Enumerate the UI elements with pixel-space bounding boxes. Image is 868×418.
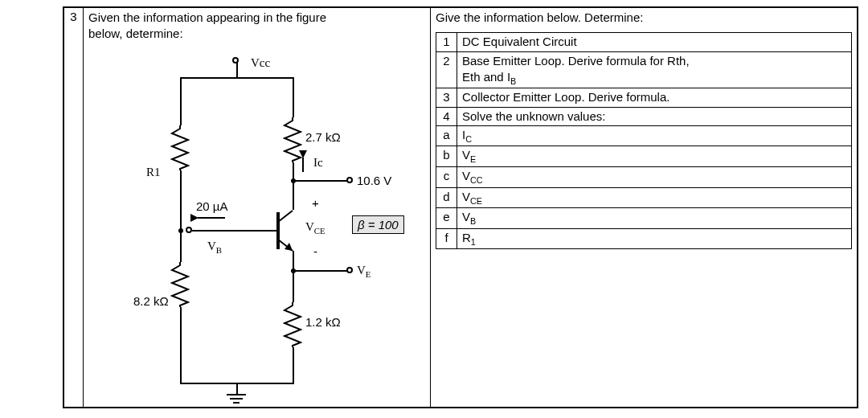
task-text: Collector Emitter Loop. Derive formula. — [457, 88, 852, 107]
vce-label: VCE — [305, 220, 326, 236]
task-row: a IC — [436, 125, 852, 146]
task-idx: e — [436, 208, 457, 229]
emitter-wire-lower — [293, 347, 294, 383]
task-row: 4 Solve the unknown values: — [436, 107, 852, 125]
vcc-lead — [236, 61, 238, 77]
resistor-emitter — [283, 302, 302, 347]
circuit-figure: Vcc R1 8.2 kΩ — [116, 61, 405, 407]
vce-minus: - — [313, 244, 317, 258]
ground-lead — [236, 383, 238, 394]
task-text: Base Emitter Loop. Derive formula for Rt… — [457, 51, 852, 88]
left-rail-mid — [180, 170, 182, 230]
r-lowerleft-value: 8.2 kΩ — [133, 294, 169, 308]
task-idx: f — [436, 228, 457, 249]
wire-after-rc — [293, 162, 294, 180]
task-text: Solve the unknown values: — [457, 107, 852, 125]
task-row: b VE — [436, 146, 852, 167]
right-panel: Give the information below. Determine: 1… — [431, 8, 857, 407]
beta-text: β = 100 — [358, 218, 399, 232]
task-idx: c — [436, 166, 457, 187]
task-idx: 2 — [436, 51, 457, 88]
task-text: VCC — [457, 166, 852, 187]
task-text: R1 — [457, 228, 852, 249]
task-idx: 3 — [436, 88, 457, 107]
task-row: 2 Base Emitter Loop. Derive formula for … — [436, 51, 852, 88]
task-text: DC Equivalent Circuit — [457, 33, 852, 51]
task-row: 1 DC Equivalent Circuit — [436, 33, 852, 51]
r1-label: R1 — [146, 166, 161, 179]
task-idx: b — [436, 146, 457, 167]
emitter-tap-wire — [293, 270, 349, 272]
task-text: VE — [457, 146, 852, 167]
ic-label: Ic — [313, 156, 323, 170]
right-prompt: Give the information below. Determine: — [436, 10, 852, 26]
vb-label: VB — [207, 240, 222, 255]
right-rail-top — [293, 77, 294, 117]
svg-marker-4 — [285, 243, 293, 251]
question-number-cell: 3 — [64, 8, 84, 407]
task-text: IC — [457, 125, 852, 146]
task-row: e VB — [436, 208, 852, 229]
base-wire — [192, 230, 268, 232]
left-prompt-line2: below, determine: — [88, 27, 183, 40]
collector-tap-wire — [293, 180, 349, 182]
top-rail — [180, 77, 294, 79]
task-idx: 1 — [436, 33, 457, 51]
task-row: 3 Collector Emitter Loop. Derive formula… — [436, 88, 852, 107]
task-row: c VCC — [436, 166, 852, 187]
base-open-terminal — [186, 227, 192, 233]
emitter-terminal-icon — [346, 267, 353, 273]
vce-plus: + — [312, 196, 319, 210]
task-row: f R1 — [436, 228, 852, 249]
ve-label: VE — [357, 264, 371, 279]
task-text: VCE — [457, 187, 852, 208]
left-rail-below-base — [180, 230, 182, 262]
task-idx: 4 — [436, 107, 457, 125]
ib-value: 20 µA — [196, 199, 228, 213]
task-table: 1 DC Equivalent Circuit 2 Base Emitter L… — [436, 32, 852, 249]
r-collector-value: 2.7 kΩ — [305, 130, 341, 144]
question-number: 3 — [70, 10, 76, 23]
task-text: VB — [457, 208, 852, 229]
vcc-terminal — [232, 57, 239, 64]
beta-box: β = 100 — [352, 215, 404, 234]
collector-terminal-icon — [346, 177, 353, 183]
vcc-label: Vcc — [251, 56, 270, 70]
emitter-wire-to-re — [293, 270, 294, 302]
resistor-lower-left — [170, 262, 190, 307]
svg-line-2 — [278, 211, 293, 222]
left-rail-lower — [180, 307, 182, 383]
worksheet-frame: 3 Given the information appearing in the… — [63, 6, 858, 408]
vce-value: 10.6 V — [357, 174, 391, 187]
left-panel: Given the information appearing in the f… — [84, 8, 431, 407]
left-prompt: Given the information appearing in the f… — [88, 10, 425, 43]
emitter-wire-upper — [293, 251, 294, 270]
r-emitter-value: 1.2 kΩ — [305, 315, 341, 329]
bjt-npn-icon — [265, 204, 310, 257]
task-idx: d — [436, 187, 457, 208]
left-prompt-line1: Given the information appearing in the f… — [88, 10, 326, 24]
task-idx: a — [436, 125, 457, 146]
resistor-r1 — [170, 125, 190, 170]
task-row: d VCE — [436, 187, 852, 208]
left-rail-upper — [180, 77, 182, 125]
